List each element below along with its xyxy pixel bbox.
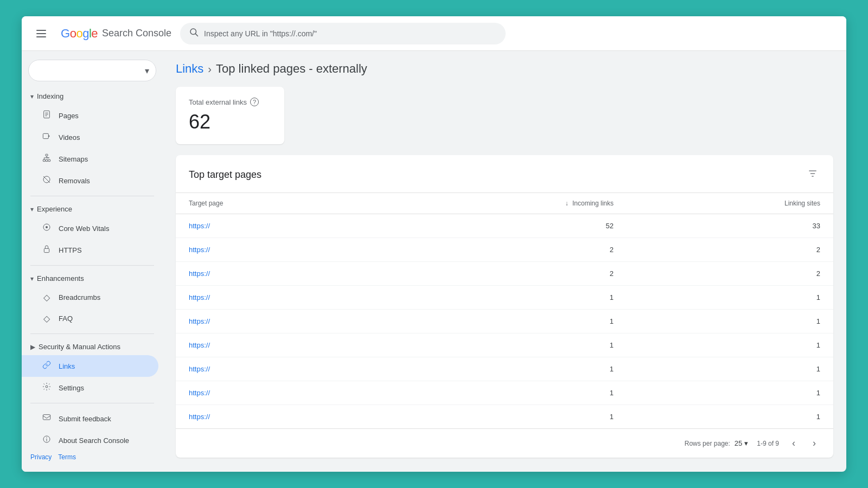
nav-item-settings[interactable]: Settings <box>22 377 158 399</box>
google-logo: Google <box>61 27 98 41</box>
links-icon <box>41 361 52 371</box>
table-row: https:// 1 1 <box>176 381 833 405</box>
app-frame: Google Search Console Inspect any URL in… <box>22 16 846 472</box>
privacy-link[interactable]: Privacy <box>30 453 52 461</box>
cell-incoming-links: 1 <box>378 310 627 333</box>
divider-2 <box>30 265 154 266</box>
nav-item-removals[interactable]: Removals <box>22 170 158 191</box>
cell-url[interactable]: https:// <box>176 333 378 357</box>
rows-per-page: Rows per page: 25 ▾ <box>685 439 749 447</box>
property-selector[interactable]: ▾ <box>28 60 156 81</box>
svg-line-4 <box>195 34 197 36</box>
svg-marker-10 <box>48 135 50 137</box>
rows-per-page-select[interactable]: 25 ▾ <box>735 439 748 447</box>
table-title: Top target pages <box>189 169 261 181</box>
cell-linking-sites: 1 <box>627 405 833 429</box>
sidebar: ▾ ▾ Indexing Pages Videos <box>22 51 163 472</box>
nav-item-videos[interactable]: Videos <box>22 126 158 148</box>
about-label: About Search Console <box>59 436 129 445</box>
cell-incoming-links: 1 <box>378 357 627 381</box>
security-section-header[interactable]: ▶ Security & Manual Actions <box>22 338 163 355</box>
info-icon <box>41 435 52 446</box>
core-web-vitals-label: Core Web Vitals <box>59 224 109 233</box>
svg-point-22 <box>46 226 48 228</box>
logo-area: Google Search Console <box>61 27 171 41</box>
cell-url[interactable]: https:// <box>176 405 378 429</box>
nav-item-submit-feedback[interactable]: Submit feedback <box>22 408 158 429</box>
svg-rect-23 <box>44 248 49 252</box>
svg-rect-2 <box>36 36 46 37</box>
table-card: Top target pages Target page ↓ Incoming … <box>176 155 833 458</box>
table-row: https:// 1 1 <box>176 333 833 357</box>
cell-incoming-links: 1 <box>378 333 627 357</box>
enhancements-label: Enhancements <box>37 274 84 282</box>
cell-url[interactable]: https:// <box>176 262 378 286</box>
faq-label: FAQ <box>59 314 73 323</box>
faq-icon: ◇ <box>41 313 52 324</box>
terms-link[interactable]: Terms <box>58 453 76 461</box>
svg-rect-0 <box>36 30 46 31</box>
prev-page-button[interactable]: ‹ <box>788 435 800 451</box>
content-area: Links › Top linked pages - externally To… <box>163 51 846 472</box>
indexing-section-header[interactable]: ▾ Indexing <box>22 88 163 105</box>
experience-label: Experience <box>37 205 72 213</box>
divider-3 <box>30 333 154 334</box>
cell-incoming-links: 2 <box>378 238 627 262</box>
rows-per-page-value: 25 <box>735 439 742 447</box>
search-bar[interactable]: Inspect any URL in "https://.com/" <box>180 23 506 44</box>
table-row: https:// 1 1 <box>176 310 833 333</box>
cell-url[interactable]: https:// <box>176 310 378 333</box>
cell-linking-sites: 33 <box>627 214 833 238</box>
nav-item-pages[interactable]: Pages <box>22 105 158 126</box>
next-page-button[interactable]: › <box>808 435 820 451</box>
feedback-icon <box>41 413 52 424</box>
nav-item-breadcrumbs[interactable]: ◇ Breadcrumbs <box>22 287 158 308</box>
cell-linking-sites: 2 <box>627 262 833 286</box>
chevron-icon-exp: ▾ <box>30 206 34 213</box>
table-header: Target page ↓ Incoming links Linking sit… <box>176 193 833 214</box>
breadcrumbs-icon: ◇ <box>41 292 52 303</box>
nav-item-about[interactable]: About Search Console <box>22 429 158 451</box>
table-row: https:// 52 33 <box>176 214 833 238</box>
nav-item-faq[interactable]: ◇ FAQ <box>22 308 158 329</box>
breadcrumb: Links › Top linked pages - externally <box>176 62 833 76</box>
main-layout: ▾ ▾ Indexing Pages Videos <box>22 51 846 472</box>
nav-item-https[interactable]: HTTPS <box>22 239 158 261</box>
cell-url[interactable]: https:// <box>176 238 378 262</box>
cell-incoming-links: 1 <box>378 381 627 405</box>
cell-linking-sites: 1 <box>627 381 833 405</box>
experience-section-header[interactable]: ▾ Experience <box>22 201 163 217</box>
data-table: Target page ↓ Incoming links Linking sit… <box>176 193 833 428</box>
cell-url[interactable]: https:// <box>176 357 378 381</box>
enhancements-section-header[interactable]: ▾ Enhancements <box>22 270 163 287</box>
help-icon[interactable]: ? <box>250 98 259 106</box>
cell-url[interactable]: https:// <box>176 286 378 310</box>
cell-url[interactable]: https:// <box>176 381 378 405</box>
app-title: Search Console <box>102 28 171 39</box>
breadcrumb-links[interactable]: Links <box>176 62 203 76</box>
core-web-vitals-icon <box>41 223 52 234</box>
https-icon <box>41 245 52 255</box>
svg-rect-25 <box>43 415 50 420</box>
cell-url[interactable]: https:// <box>176 214 378 238</box>
summary-card: Total external links ? 62 <box>176 87 284 144</box>
nav-item-links[interactable]: Links <box>22 355 158 377</box>
nav-item-sitemaps[interactable]: Sitemaps <box>22 148 158 170</box>
cell-linking-sites: 1 <box>627 286 833 310</box>
cell-incoming-links: 1 <box>378 405 627 429</box>
filter-button[interactable] <box>805 166 820 184</box>
search-placeholder: Inspect any URL in "https://.com/" <box>204 29 317 38</box>
https-label: HTTPS <box>59 246 82 254</box>
nav-item-core-web-vitals[interactable]: Core Web Vitals <box>22 217 158 239</box>
videos-icon <box>41 132 52 143</box>
svg-rect-9 <box>43 133 48 138</box>
removals-label: Removals <box>59 177 90 185</box>
breadcrumb-current: Top linked pages - externally <box>216 62 367 76</box>
links-label: Links <box>59 362 75 370</box>
hamburger-button[interactable] <box>30 23 52 44</box>
table-row: https:// 2 2 <box>176 238 833 262</box>
cell-incoming-links: 2 <box>378 262 627 286</box>
breadcrumbs-label: Breadcrumbs <box>59 293 100 301</box>
sort-icon: ↓ <box>565 200 569 207</box>
svg-point-24 <box>46 386 48 388</box>
